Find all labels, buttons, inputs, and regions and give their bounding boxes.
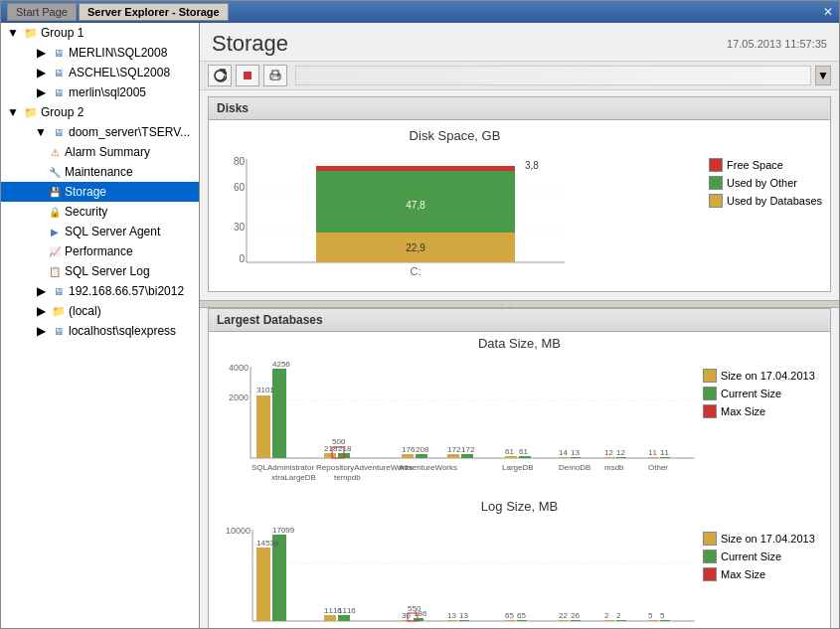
folder-icon2: 📁 xyxy=(23,104,39,120)
toolbar-dropdown[interactable]: ▼ xyxy=(815,66,831,85)
expand-icon4: ▶ xyxy=(33,84,49,100)
svg-rect-111 xyxy=(660,620,670,621)
server-label2: ASCHEL\SQL2008 xyxy=(69,66,170,79)
legend-free-space-label: Free Space xyxy=(727,159,783,171)
svg-text:msdb: msdb xyxy=(604,463,624,472)
local-label: (local) xyxy=(69,304,101,318)
legend-free-space-color xyxy=(709,158,723,172)
svg-rect-100 xyxy=(559,620,569,621)
svg-rect-106 xyxy=(616,620,626,621)
sidebar-maintenance[interactable]: 🔧 Maintenance xyxy=(1,162,199,182)
svg-text:4000: 4000 xyxy=(229,363,249,373)
refresh-icon xyxy=(213,69,227,82)
server-icon1: 🖥 xyxy=(51,45,67,61)
sidebar-localhost-sqlexpress[interactable]: ▶ 🖥 localhost\sqlexpress xyxy=(1,321,199,341)
sidebar-security[interactable]: 🔒 Security xyxy=(1,202,199,222)
close-button[interactable]: ✕ xyxy=(823,5,833,19)
legend-used-db: Used by Databases xyxy=(709,194,822,208)
disks-section-header: Disks xyxy=(209,97,830,120)
svg-text:1116: 1116 xyxy=(338,606,356,615)
svg-rect-64 xyxy=(660,457,670,458)
svg-text:3101: 3101 xyxy=(256,386,274,394)
sidebar-merlin-sql2008[interactable]: ▶ 🖥 MERLIN\SQL2008 xyxy=(1,43,199,63)
svg-text:AdventureWorks: AdventureWorks xyxy=(399,463,457,472)
toolbar: ▼ xyxy=(200,61,839,90)
svg-text:26: 26 xyxy=(571,611,580,620)
svg-text:2: 2 xyxy=(604,611,609,620)
disk-legend: Free Space Used by Other Used by Databas… xyxy=(709,158,822,208)
data-legend-prev: Size on 17.04.2013 xyxy=(703,369,822,383)
sidebar-group2[interactable]: ▼ 📁 Group 2 xyxy=(1,102,199,122)
svg-rect-95 xyxy=(505,620,515,621)
svg-text:DemoDB: DemoDB xyxy=(559,626,590,628)
svg-text:22,9: 22,9 xyxy=(406,242,425,253)
data-legend-max-color xyxy=(703,404,717,418)
svg-text:208: 208 xyxy=(416,445,429,454)
group2-label: Group 2 xyxy=(41,105,84,119)
log-size-svg: 10000 xyxy=(217,522,695,628)
sidebar: ▼ 📁 Group 1 ▶ 🖥 MERLIN\SQL2008 ▶ 🖥 ASCHE… xyxy=(1,23,200,628)
data-size-legend: Size on 17.04.2013 Current Size Max Size xyxy=(703,369,822,491)
sidebar-alarm-summary[interactable]: ⚠ Alarm Summary xyxy=(1,142,199,162)
svg-rect-58 xyxy=(604,457,614,458)
svg-rect-2 xyxy=(272,71,278,75)
svg-text:30: 30 xyxy=(234,222,246,233)
sidebar-sql-agent[interactable]: ▶ SQL Server Agent xyxy=(1,222,199,241)
sidebar-aschel-sql2008[interactable]: ▶ 🖥 ASCHEL\SQL2008 xyxy=(1,63,199,82)
sidebar-performance[interactable]: 📈 Performance xyxy=(1,241,199,261)
maintenance-label: Maintenance xyxy=(65,165,133,179)
svg-text:SQLAdministrator: SQLAdministrator xyxy=(252,626,314,628)
log-icon: 📋 xyxy=(47,263,63,279)
svg-text:14: 14 xyxy=(559,448,568,457)
data-size-svg: 4000 2000 xyxy=(217,359,695,488)
expand-icon5: ▼ xyxy=(5,104,21,120)
log-legend-max-label: Max Size xyxy=(721,568,765,580)
svg-text:SQLAdministrator: SQLAdministrator xyxy=(252,463,314,472)
svg-text:AdventureWorks: AdventureWorks xyxy=(399,626,457,628)
svg-rect-92 xyxy=(459,620,469,621)
svg-rect-0 xyxy=(244,72,252,79)
svg-rect-31 xyxy=(324,453,336,458)
print-button[interactable] xyxy=(263,65,287,86)
svg-text:60: 60 xyxy=(234,182,246,193)
sidebar-group1[interactable]: ▼ 📁 Group 1 xyxy=(1,23,199,43)
svg-text:65: 65 xyxy=(505,611,514,620)
svg-text:22: 22 xyxy=(559,611,568,620)
group1-label: Group 1 xyxy=(41,26,84,40)
sidebar-192-server[interactable]: ▶ 🖥 192.168.66.57\bi2012 xyxy=(1,281,199,301)
content-area: Storage 17.05.2013 11:57:35 xyxy=(200,23,839,628)
svg-rect-78 xyxy=(324,615,336,621)
legend-used-other: Used by Other xyxy=(709,176,822,190)
server-label3: merlin\sql2005 xyxy=(69,85,146,99)
data-size-chart: Data Size, MB 4000 2000 xyxy=(217,336,822,491)
sidebar-sql-log[interactable]: 📋 SQL Server Log xyxy=(1,261,199,281)
resizer[interactable]: · · · · · · · xyxy=(200,300,839,308)
largest-db-section: Largest Databases Data Size, MB 4000 200… xyxy=(208,308,831,628)
stop-button[interactable] xyxy=(236,65,259,86)
tab-server-explorer[interactable]: Server Explorer - Storage xyxy=(79,3,229,21)
sidebar-doom-server[interactable]: ▼ 🖥 doom_server\TSERV... xyxy=(1,122,199,142)
svg-text:10000: 10000 xyxy=(226,526,251,536)
svg-text:4256: 4256 xyxy=(272,360,290,369)
log-size-chart: Log Size, MB 10000 xyxy=(217,499,822,628)
svg-rect-49 xyxy=(519,456,531,458)
svg-text:tempdb: tempdb xyxy=(334,473,361,482)
sidebar-local[interactable]: ▶ 📁 (local) xyxy=(1,301,199,321)
server-label1: MERLIN\SQL2008 xyxy=(69,46,167,60)
svg-rect-39 xyxy=(402,454,414,458)
expand-icon6: ▼ xyxy=(33,124,49,140)
expand-icon2: ▶ xyxy=(33,45,49,61)
sidebar-storage[interactable]: 💾 Storage xyxy=(1,182,199,202)
svg-text:2: 2 xyxy=(616,611,621,620)
tab-start-page[interactable]: Start Page xyxy=(7,3,77,21)
svg-text:Other: Other xyxy=(648,463,668,472)
svg-text:Other: Other xyxy=(648,626,668,628)
svg-rect-105 xyxy=(604,620,614,621)
legend-used-db-label: Used by Databases xyxy=(727,195,822,207)
refresh-button[interactable] xyxy=(208,65,232,86)
sidebar-merlin-sql2005[interactable]: ▶ 🖥 merlin\sql2005 xyxy=(1,82,199,102)
svg-text:172: 172 xyxy=(447,445,461,454)
server-label5: 192.168.66.57\bi2012 xyxy=(69,284,184,298)
data-size-chart-area: 4000 2000 xyxy=(217,359,695,491)
expand-icon: ▼ xyxy=(5,25,21,41)
